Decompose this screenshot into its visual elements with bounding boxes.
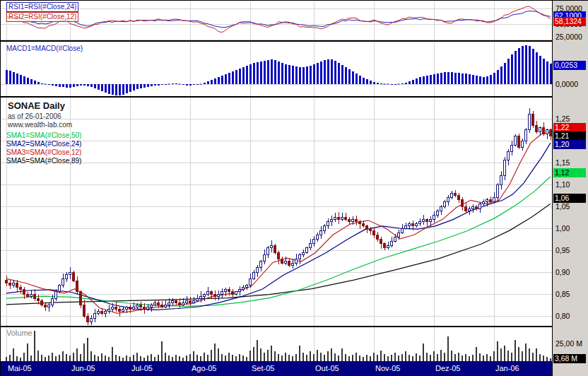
website-label: www.wealth-lab.com — [8, 121, 72, 129]
macd-axis-zero: 0,0000 — [555, 80, 578, 88]
rsi2-value-badge: 58,1324 — [553, 17, 586, 26]
macd-histogram — [6, 45, 552, 95]
candlesticks — [6, 108, 552, 326]
price-axis-105: 1,05 — [555, 202, 570, 211]
value-gridlines — [1, 9, 552, 317]
price-axis-110: 1,10 — [555, 180, 570, 189]
axis-divider-line — [552, 1, 553, 376]
sma50-value-badge: 1,12 — [553, 168, 586, 177]
sma3-formula-label: SMA3=SMA(#Close,12) — [6, 148, 81, 157]
sma5-formula-label: SMA5=SMA(#Close,89) — [6, 157, 81, 165]
wealth-lab-chart-window: Mai-05Jun-05Jul-05Ago-05Set-05Out-05Nov-… — [0, 0, 588, 376]
price-volume-separator — [1, 326, 553, 327]
month-gridlines — [7, 1, 495, 360]
price-axis-080: 0,80 — [555, 312, 570, 320]
rsi-axis-25: 25,0000 — [555, 33, 582, 41]
price-axis-085: 0,85 — [555, 290, 570, 298]
rsi-macd-separator — [1, 40, 553, 42]
price-axis-090: 0,90 — [555, 268, 570, 276]
price-axis-095: 0,95 — [555, 246, 570, 254]
sma2-formula-label: SMA2=SMA(#Close,24) — [6, 140, 81, 148]
macd-value-badge: 0,0253 — [553, 61, 586, 70]
macd-formula-label: MACD1=MACD(#Close) — [6, 45, 83, 53]
sma1-formula-label: SMA1=SMA(#Close,50) — [6, 131, 81, 140]
rsi2-formula-label: RSI2=RSI(#Close,12) — [6, 12, 78, 22]
volume-value-badge: 3,68 M — [553, 354, 586, 363]
sma24-value-badge: 1,20 — [553, 140, 586, 149]
sma24-line — [6, 143, 551, 310]
price-axis-100: 1,00 — [555, 224, 570, 233]
as-of-date: as of 26-01-2006 — [8, 112, 61, 120]
volume-axis-25m: 25,00 M — [555, 339, 582, 348]
sma12-line — [6, 132, 551, 314]
price-axis-115: 1,15 — [555, 158, 570, 167]
chart-canvas[interactable] — [1, 1, 588, 376]
sma89-value-badge: 1,06 — [553, 194, 586, 203]
rsi1-formula-label: RSI1=RSI(#Close,24) — [6, 2, 78, 12]
sma50-line — [6, 177, 551, 307]
volume-pane-label: Volume — [6, 329, 33, 337]
symbol-title: SONAE Daily — [8, 100, 65, 111]
macd-price-separator — [1, 96, 553, 98]
price-axis-125: 1,25 — [555, 114, 570, 123]
volume-bars — [6, 331, 551, 361]
rsi12-line — [6, 6, 551, 33]
